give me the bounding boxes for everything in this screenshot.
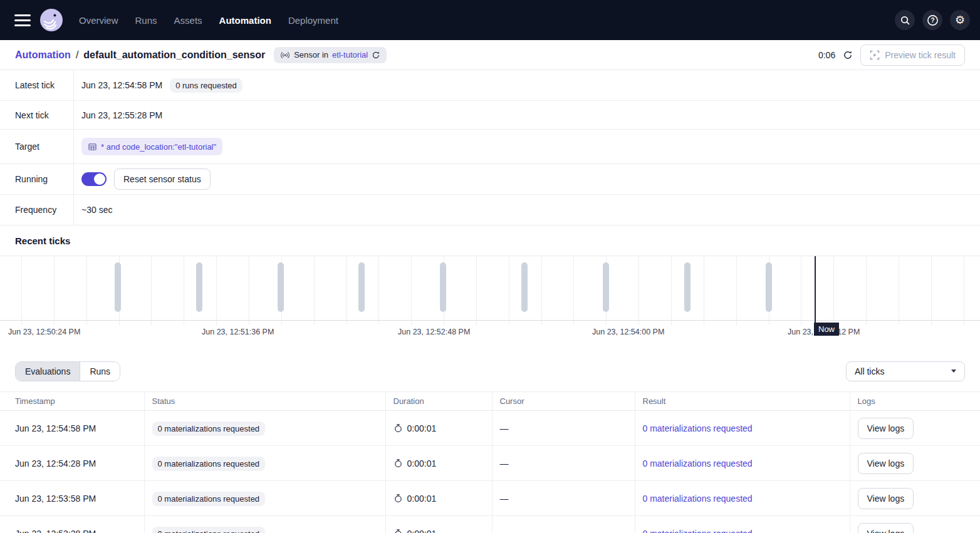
tab-runs[interactable]: Runs (80, 362, 120, 381)
duration-value: 0:00:01 (407, 494, 437, 504)
detail-label: Running (0, 164, 74, 194)
next-tick-timestamp: Jun 23, 12:55:28 PM (81, 110, 162, 120)
result-link[interactable]: 0 materializations requested (643, 458, 753, 468)
evaluation-result-cell: 0 materializations requested (635, 411, 850, 446)
recent-ticks-timeline: Jun 23, 12:50:24 PMJun 23, 12:51:36 PMJu… (0, 256, 980, 351)
result-link[interactable]: 0 materializations requested (643, 423, 753, 433)
view-logs-button[interactable]: View logs (858, 418, 914, 439)
frequency-value: ~30 sec (81, 205, 112, 215)
evaluation-timestamp: Jun 23, 12:53:58 PM (0, 481, 144, 516)
evaluation-cursor-cell: — (492, 411, 635, 446)
detail-row-next-tick: Next tick Jun 23, 12:55:28 PM (0, 101, 980, 130)
sensor-badge-text: Sensor in (294, 50, 328, 60)
detail-row-running: Running Reset sensor status (0, 164, 980, 195)
stopwatch-icon (394, 494, 403, 503)
column-header-result: Result (635, 392, 850, 411)
evaluation-row: Jun 23, 12:54:58 PM0 materializations re… (0, 411, 980, 446)
timeline-gridline (86, 256, 87, 325)
column-header-duration: Duration (385, 392, 492, 411)
evaluation-row: Jun 23, 12:54:28 PM0 materializations re… (0, 446, 980, 481)
preview-button-label: Preview tick result (885, 50, 956, 60)
evaluation-status-cell: 0 materializations requested (144, 446, 385, 481)
tick-bar[interactable] (440, 262, 446, 312)
tick-bar[interactable] (196, 262, 202, 312)
dagster-logo[interactable] (40, 9, 63, 31)
evaluation-timestamp: Jun 23, 12:54:58 PM (0, 411, 144, 446)
help-icon[interactable]: ? (922, 10, 942, 30)
view-logs-button[interactable]: View logs (858, 488, 914, 509)
timeline-axis-label: Jun 23, 12:50:24 PM (8, 326, 81, 338)
tick-bar[interactable] (278, 262, 284, 312)
timeline-gridline (639, 256, 639, 325)
timeline-gridline (54, 256, 55, 325)
tick-bar[interactable] (521, 262, 528, 312)
evaluations-table-body: Jun 23, 12:54:58 PM0 materializations re… (0, 411, 980, 533)
timeline-gridline (671, 256, 672, 325)
header-actions: 0:06 Preview tick result (818, 44, 965, 66)
evaluation-logs-cell: View logs (850, 411, 980, 446)
evaluation-duration-cell: 0:00:01 (385, 481, 492, 516)
target-selection-chip[interactable]: * and code_location:"etl-tutorial" (81, 138, 222, 155)
duration-value: 0:00:01 (407, 529, 437, 533)
nav-item-assets[interactable]: Assets (174, 15, 202, 26)
recent-ticks-title: Recent ticks (0, 225, 980, 256)
refresh-icon[interactable] (372, 51, 380, 60)
timeline-gridline (964, 256, 964, 325)
view-logs-button[interactable]: View logs (858, 523, 914, 533)
stopwatch-icon (394, 529, 403, 533)
reset-sensor-status-button[interactable]: Reset sensor status (114, 168, 211, 190)
evaluation-result-cell: 0 materializations requested (635, 516, 850, 533)
nav-item-overview[interactable]: Overview (79, 15, 118, 26)
running-toggle[interactable] (81, 172, 107, 186)
nav-item-automation[interactable]: Automation (219, 15, 271, 26)
view-logs-button[interactable]: View logs (858, 453, 914, 474)
stopwatch-icon (394, 458, 403, 468)
timeline-gridline (249, 256, 249, 325)
status-badge: 0 materializations requested (152, 492, 266, 506)
timeline-gridline (866, 256, 867, 325)
nav-item-deployment[interactable]: Deployment (288, 15, 338, 26)
code-location-link[interactable]: etl-tutorial (332, 50, 368, 60)
duration-value: 0:00:01 (407, 458, 437, 468)
preview-tick-result-button[interactable]: Preview tick result (860, 44, 965, 66)
column-header-timestamp: Timestamp (0, 392, 144, 411)
tick-bar[interactable] (358, 262, 365, 312)
tick-bar[interactable] (115, 262, 121, 312)
sensor-location-badge: Sensor in etl-tutorial (274, 47, 387, 63)
gear-icon[interactable]: ⚙ (950, 10, 970, 30)
timeline-gridline (509, 256, 509, 325)
nav-icon-buttons: ? ⚙ (895, 10, 970, 30)
evaluation-row: Jun 23, 12:53:58 PM0 materializations re… (0, 481, 980, 516)
search-icon[interactable] (895, 10, 915, 30)
timeline-gridline (833, 256, 834, 325)
toggle-knob (94, 173, 105, 185)
page-title: default_automation_condition_sensor (83, 49, 265, 61)
result-link[interactable]: 0 materializations requested (643, 494, 753, 504)
result-link[interactable]: 0 materializations requested (643, 529, 753, 533)
timeline-gridline (378, 256, 379, 325)
runs-requested-badge: 0 runs requested (170, 78, 242, 93)
tick-bar[interactable] (684, 262, 691, 312)
detail-label: Latest tick (0, 70, 74, 100)
timeline-axis-label: Jun 23, 12:52:48 PM (398, 326, 471, 338)
evaluation-row: Jun 23, 12:53:28 PM0 materializations re… (0, 516, 980, 533)
evaluations-toolbar: Evaluations Runs All ticks (0, 351, 980, 391)
tab-evaluations[interactable]: Evaluations (16, 362, 80, 381)
sensor-details: Latest tick Jun 23, 12:54:58 PM 0 runs r… (0, 70, 980, 225)
refresh-icon[interactable] (843, 50, 853, 60)
hamburger-icon[interactable] (10, 8, 35, 33)
now-badge: Now (814, 323, 839, 336)
evaluation-logs-cell: View logs (850, 516, 980, 533)
timeline-gridline (216, 256, 217, 325)
tick-bar[interactable] (766, 262, 772, 312)
evaluation-timestamp: Jun 23, 12:53:28 PM (0, 516, 144, 533)
now-marker-line (815, 256, 816, 323)
timeline-gridline (476, 256, 477, 325)
tick-bar[interactable] (603, 262, 609, 312)
nav-item-runs[interactable]: Runs (135, 15, 157, 26)
timeline-gridline (704, 256, 704, 325)
detail-label: Target (0, 130, 74, 163)
detail-row-latest-tick: Latest tick Jun 23, 12:54:58 PM 0 runs r… (0, 70, 980, 101)
tick-filter-dropdown[interactable]: All ticks (846, 361, 965, 381)
breadcrumb-automation-link[interactable]: Automation (15, 49, 71, 61)
